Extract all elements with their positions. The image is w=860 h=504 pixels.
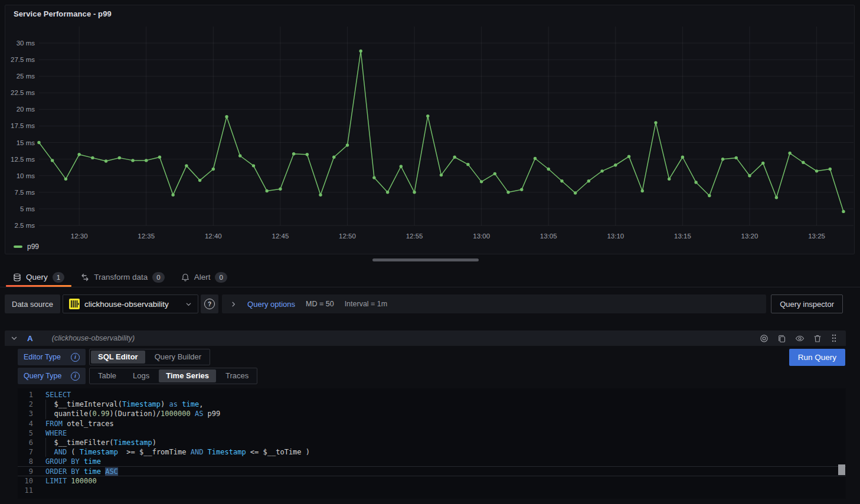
data-point[interactable] [118,156,121,159]
disable-icon[interactable] [760,334,769,343]
code-line-2[interactable]: 2 $__timeInterval(Timestamp) as time, [18,400,846,409]
query-type-time-series[interactable]: Time Series [159,369,216,382]
code-line-7[interactable]: 7 AND ( Timestamp >= $__fromTime AND Tim… [18,447,846,457]
query-options-toggle[interactable]: Query options [247,300,295,309]
info-circle-icon[interactable]: i [71,353,80,362]
data-point[interactable] [185,164,188,167]
data-point[interactable] [802,161,805,164]
datasource-help-button[interactable]: ? [201,294,218,313]
data-point[interactable] [560,179,563,182]
data-point[interactable] [761,162,764,165]
data-point[interactable] [91,156,94,159]
data-point[interactable] [480,180,483,183]
data-point[interactable] [493,172,496,175]
data-point[interactable] [386,191,389,194]
code-line-8[interactable]: 8GROUP BY time [18,457,846,466]
code-line-5[interactable]: 5WHERE [18,428,846,438]
data-point[interactable] [372,176,375,179]
data-point[interactable] [520,188,523,191]
data-point[interactable] [131,159,134,162]
info-circle-icon[interactable]: i [71,372,80,381]
data-point[interactable] [440,174,443,176]
data-point[interactable] [788,152,791,155]
data-point[interactable] [306,153,309,156]
data-point[interactable] [775,196,778,199]
data-point[interactable] [104,159,107,162]
data-point[interactable] [51,159,54,162]
data-point[interactable] [171,194,174,197]
data-point[interactable] [694,181,697,184]
data-point[interactable] [292,152,295,155]
code-line-6[interactable]: 6 $__timeFilter(Timestamp) [18,438,846,447]
horizontal-scrollbar[interactable] [372,258,479,261]
data-point[interactable] [346,143,349,146]
code-line-3[interactable]: 3 quantile(0.99)(Duration)/1000000 AS p9… [18,409,846,418]
code-line-4[interactable]: 4FROM otel_traces [18,419,846,428]
query-row-header[interactable]: A (clickhouse-observability) [5,330,846,346]
data-point[interactable] [547,168,550,171]
data-point[interactable] [534,157,537,160]
data-point[interactable] [332,156,335,159]
data-point[interactable] [413,191,416,194]
data-point[interactable] [145,159,148,162]
data-point[interactable] [614,163,617,166]
data-point[interactable] [198,179,201,182]
data-point[interactable] [359,50,362,53]
data-point[interactable] [587,179,590,182]
editor-type-query-builder[interactable]: Query Builder [146,349,210,365]
query-type-traces[interactable]: Traces [217,368,257,384]
data-point[interactable] [279,188,282,191]
data-point[interactable] [681,156,684,159]
data-point[interactable] [815,169,818,172]
tab-query[interactable]: Query 1 [5,267,73,287]
legend-series-label[interactable]: p99 [27,243,39,251]
data-point[interactable] [506,191,509,194]
data-point[interactable] [708,194,711,197]
run-query-button[interactable]: Run Query [789,349,845,366]
collapse-chevron-icon[interactable] [11,335,18,342]
sql-code-editor[interactable]: 1SELECT2 $__timeInterval(Timestamp) as t… [18,388,846,499]
data-point[interactable] [400,165,403,168]
data-point[interactable] [721,158,724,161]
hide-icon[interactable] [795,334,805,343]
data-point[interactable] [748,174,751,177]
data-point[interactable] [735,156,738,159]
data-point[interactable] [238,154,241,157]
data-point[interactable] [319,194,322,197]
query-type-logs[interactable]: Logs [125,368,158,384]
data-point[interactable] [64,178,67,181]
drag-handle-icon[interactable] [830,333,838,343]
duplicate-icon[interactable] [777,334,786,343]
data-point[interactable] [641,189,644,192]
data-point[interactable] [453,156,456,159]
datasource-picker[interactable]: clickhouse-observability [63,294,198,313]
data-point[interactable] [252,164,255,167]
data-point[interactable] [158,156,161,159]
data-point[interactable] [574,191,577,194]
data-point[interactable] [37,141,40,144]
data-point[interactable] [466,163,469,166]
code-line-10[interactable]: 10LIMIT 100000 [18,476,846,486]
data-point[interactable] [426,114,429,117]
data-point[interactable] [654,121,657,124]
data-point[interactable] [77,153,80,156]
data-point[interactable] [627,155,630,158]
tab-transform-data[interactable]: Transform data 0 [73,267,172,287]
data-point[interactable] [600,169,603,172]
data-point[interactable] [842,210,845,213]
data-point[interactable] [212,168,215,171]
chevron-right-icon[interactable] [230,301,237,307]
data-point[interactable] [668,178,671,181]
code-line-9[interactable]: 9ORDER BY time ASC [18,467,846,476]
data-point[interactable] [225,115,228,118]
editor-type-sql-editor[interactable]: SQL Editor [91,351,145,364]
code-line-1[interactable]: 1SELECT [18,390,846,400]
query-inspector-button[interactable]: Query inspector [771,294,843,313]
code-line-11[interactable]: 11 [18,486,846,495]
data-point[interactable] [829,168,832,171]
data-point[interactable] [265,189,268,192]
chart-legend[interactable]: p99 [14,243,39,251]
delete-icon[interactable] [813,334,822,343]
query-type-table[interactable]: Table [90,368,125,384]
tab-alert[interactable]: Alert 0 [173,267,236,287]
